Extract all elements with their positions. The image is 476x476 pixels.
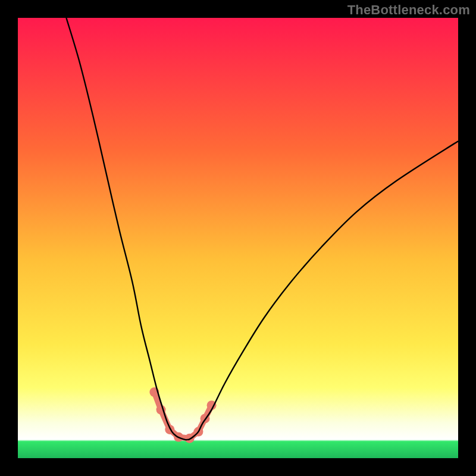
bottleneck-curve-left [66, 18, 187, 440]
chart-curves [18, 18, 458, 458]
watermark-text: TheBottleneck.com [347, 2, 470, 18]
chart-stage: TheBottleneck.com [0, 0, 476, 476]
salmon-link-node [185, 434, 195, 443]
salmon-link-layer [149, 387, 216, 443]
bottleneck-curve-right [187, 141, 458, 440]
chart-plot-area [18, 18, 458, 458]
